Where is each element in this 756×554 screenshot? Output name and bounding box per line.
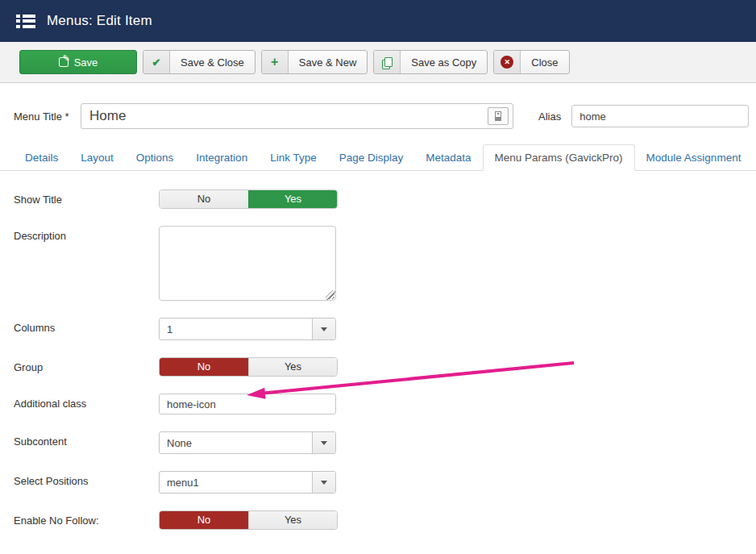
menus-icon	[16, 15, 35, 28]
enable-no-follow-toggle: No Yes	[159, 510, 338, 530]
save-new-button[interactable]: + Save & New	[261, 50, 368, 74]
check-icon: ✔	[152, 56, 161, 69]
menu-title-label: Menu Title *	[14, 110, 81, 123]
columns-label: Columns	[14, 318, 159, 340]
show-title-label: Show Title	[14, 190, 159, 209]
tab-bar: Details Layout Options Integration Link …	[0, 144, 756, 171]
page-title: Menus: Edit Item	[47, 13, 152, 29]
menu-params-form: Show Title No Yes Description Columns 1 …	[0, 171, 756, 530]
description-label: Description	[14, 226, 159, 301]
close-button-label: Close	[521, 51, 568, 73]
chevron-down-icon[interactable]	[312, 472, 335, 493]
close-icon: ✕	[501, 56, 513, 69]
save-close-label: Save & Close	[170, 51, 255, 73]
save-copy-label: Save as Copy	[401, 51, 487, 73]
enable-no-follow-row: Enable No Follow: No Yes	[14, 510, 756, 530]
show-title-yes-button[interactable]: Yes	[248, 190, 337, 208]
enable-no-follow-yes-button[interactable]: Yes	[248, 511, 337, 529]
subcontent-label: Subcontent	[14, 431, 159, 454]
alias-label: Alias	[538, 110, 561, 123]
app-header: Menus: Edit Item	[0, 0, 756, 42]
save-button[interactable]: Save	[19, 50, 137, 74]
group-no-button[interactable]: No	[160, 358, 248, 376]
additional-class-label: Additional class	[14, 394, 159, 414]
alias-input[interactable]	[571, 105, 749, 127]
subcontent-select[interactable]: None	[159, 431, 336, 454]
columns-row: Columns 1	[14, 318, 756, 340]
page: Menus: Edit Item Save ✔ Save & Close + S…	[0, 0, 756, 554]
enable-no-follow-no-button[interactable]: No	[160, 511, 248, 529]
group-yes-button[interactable]: Yes	[248, 358, 337, 376]
menu-title-input[interactable]	[81, 103, 513, 129]
show-title-row: Show Title No Yes	[14, 190, 756, 209]
toolbar: Save ✔ Save & Close + Save & New Save as…	[0, 42, 756, 83]
close-button[interactable]: ✕ Close	[493, 50, 569, 74]
show-title-no-button[interactable]: No	[160, 190, 248, 208]
tab-layout[interactable]: Layout	[69, 145, 125, 170]
enable-no-follow-label: Enable No Follow:	[14, 510, 159, 530]
save-icon	[59, 57, 69, 67]
save-close-button[interactable]: ✔ Save & Close	[143, 50, 255, 74]
group-label: Group	[14, 357, 159, 377]
subcontent-select-value: None	[160, 432, 312, 453]
tab-module-assignment[interactable]: Module Assignment	[635, 145, 753, 170]
tab-options[interactable]: Options	[125, 145, 185, 170]
tab-menu-params-gavickpro[interactable]: Menu Params (GavickPro)	[483, 144, 635, 171]
additional-class-input[interactable]	[159, 394, 336, 414]
copy-icon	[382, 57, 392, 68]
subcontent-row: Subcontent None	[14, 431, 756, 454]
save-button-label: Save	[74, 56, 98, 69]
chevron-down-icon[interactable]	[312, 319, 335, 339]
select-positions-label: Select Positions	[14, 471, 159, 494]
title-row: Menu Title * Alias	[14, 103, 756, 129]
columns-select-value: 1	[160, 319, 312, 339]
save-copy-button[interactable]: Save as Copy	[373, 50, 488, 74]
show-title-toggle: No Yes	[159, 190, 338, 209]
select-positions-select[interactable]: menu1	[159, 471, 336, 494]
tab-details[interactable]: Details	[14, 145, 69, 170]
description-textarea[interactable]	[159, 226, 336, 301]
plus-icon: +	[271, 56, 278, 69]
select-positions-select-value: menu1	[160, 472, 312, 493]
columns-select[interactable]: 1	[159, 318, 336, 340]
select-positions-row: Select Positions menu1	[14, 471, 756, 494]
save-new-label: Save & New	[289, 51, 368, 73]
chevron-down-icon[interactable]	[312, 432, 335, 453]
group-toggle: No Yes	[159, 357, 338, 377]
tab-page-display[interactable]: Page Display	[328, 145, 415, 170]
description-row: Description	[14, 226, 756, 301]
tab-link-type[interactable]: Link Type	[259, 145, 328, 170]
group-row: Group No Yes	[14, 357, 756, 377]
modal-field-icon[interactable]	[488, 107, 509, 125]
tab-integration[interactable]: Integration	[185, 145, 259, 170]
tab-metadata[interactable]: Metadata	[414, 145, 482, 170]
additional-class-row: Additional class	[14, 394, 756, 414]
